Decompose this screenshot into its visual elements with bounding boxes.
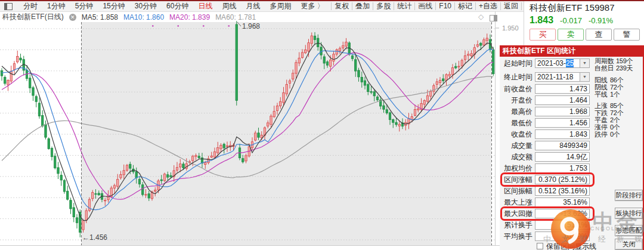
side-stat-value: 0个 bbox=[610, 124, 620, 131]
stat-row-label: 最高价 bbox=[501, 107, 532, 116]
ma-legend: MA5: 1.858MA10: 1.860MA20: 1.839MA60: 1.… bbox=[82, 13, 256, 21]
trade-buy-button[interactable]: 买 bbox=[530, 29, 556, 41]
low-annotation: ←1.456 bbox=[82, 233, 107, 242]
stats-panel-header: 科技创新ETF 区间统计 bbox=[500, 45, 643, 57]
stat-value-box: 8499349 bbox=[535, 141, 590, 150]
stat-row-label: 成交额 bbox=[501, 152, 532, 162]
side-stat-label: 周期数 bbox=[595, 57, 616, 64]
combo-dropdown-arrow-icon[interactable]: ▼ bbox=[580, 59, 589, 67]
stat-value-box: 1.753 bbox=[535, 163, 590, 173]
stat-row-label: 开盘价 bbox=[501, 95, 532, 105]
side-stat-item: 自然日239天 bbox=[595, 64, 633, 72]
side-stat-label: 平盘 bbox=[595, 116, 610, 124]
pattern-match-button[interactable]: 形态匹配 bbox=[615, 225, 643, 236]
stat-row-label: 平均换手 bbox=[501, 232, 532, 241]
quote-change-pct: -0.91% bbox=[589, 16, 613, 25]
stat-value-box: 10.39% bbox=[535, 232, 590, 241]
stats-panel: 科技创新ETF 区间统计 保留区间显示线 起始时间2021-03-25▼终止时间… bbox=[500, 45, 644, 250]
stat-row-label: 区间涨幅 bbox=[501, 175, 532, 184]
side-stat-label: 跌停 bbox=[595, 131, 610, 138]
series-legend-label: 科技创新ETF(日线) bbox=[2, 12, 64, 22]
stat-value-box: 1.473 bbox=[535, 84, 590, 94]
quote-title: 科技创新ETF 159987 bbox=[530, 2, 644, 14]
high-annotation: 1.968 bbox=[242, 22, 260, 30]
side-stat-label: 阳线 bbox=[595, 76, 610, 84]
close-button[interactable]: 关闭 bbox=[615, 239, 643, 250]
stat-row-label: 最大回撤 bbox=[501, 209, 532, 218]
ma-legend-item: MA60: 1.781 bbox=[215, 13, 256, 21]
side-stat-label: 平线 bbox=[595, 91, 610, 98]
date-text: 2021-03- bbox=[537, 59, 566, 67]
toolbar-action-button[interactable]: 返回 bbox=[500, 2, 522, 10]
keep-region-checkbox[interactable] bbox=[537, 243, 543, 249]
ma-legend-item: MA5: 1.858 bbox=[82, 13, 118, 21]
side-stat-value: 2个 bbox=[610, 116, 620, 124]
stat-row-label: 最低价 bbox=[501, 118, 532, 128]
stat-value-box: 0.370 (25.12%) bbox=[535, 175, 590, 184]
stat-value-box: 1.456 bbox=[535, 118, 590, 128]
stat-row-label: 加权均价 bbox=[501, 163, 532, 173]
price-axis-label: 1.950 bbox=[502, 24, 519, 32]
trading-app-window: 1.968←1.456 分时1分钟5分钟15分钟30分钟60分钟日线周线月线多周… bbox=[0, 0, 644, 250]
side-stat-label: 阴线 bbox=[595, 84, 610, 91]
side-stat-value: 72个 bbox=[610, 109, 623, 116]
side-stat-value: 159个 bbox=[616, 57, 633, 64]
sector-rank-button[interactable]: 板块排行 bbox=[615, 208, 643, 219]
date-selected-text: 25 bbox=[566, 59, 574, 67]
date-combobox[interactable]: 2021-11-18▼ bbox=[535, 72, 590, 82]
side-stat-item: 下跌72个 bbox=[595, 109, 623, 116]
stat-row-label: 终止时间 bbox=[501, 72, 532, 82]
ma-legend-item: MA10: 1.860 bbox=[123, 13, 164, 21]
keep-region-checkbox-label: 保留区间显示线 bbox=[546, 242, 596, 250]
candlestick-chart[interactable]: 1.968←1.456 bbox=[0, 0, 500, 250]
date-text: 2021-11-18 bbox=[537, 73, 574, 81]
panel-divider bbox=[524, 1, 524, 45]
side-stat-value: 239天 bbox=[616, 64, 633, 72]
query-button[interactable]: 查 bbox=[586, 29, 612, 41]
stat-row-label: 累计换手 bbox=[501, 220, 532, 230]
stat-row-label: 区间振幅 bbox=[501, 186, 532, 196]
quote-buttons: 买卖查警 bbox=[530, 29, 644, 41]
stat-row-label: 最大上涨 bbox=[501, 197, 532, 207]
side-stat-label: 自然日 bbox=[595, 64, 616, 72]
side-stat-label: 下跌 bbox=[595, 109, 610, 116]
diamond-icon[interactable]: ◇ bbox=[478, 13, 484, 21]
side-stat-label: 涨停 bbox=[595, 124, 610, 131]
stage-rank-button[interactable]: 阶段排行 bbox=[615, 190, 643, 201]
stat-value-box: -13.62% bbox=[535, 209, 590, 218]
alert-button[interactable]: 警 bbox=[614, 29, 640, 41]
window-restore-icon[interactable] bbox=[490, 15, 497, 21]
side-stat-item: 平盘2个 bbox=[595, 116, 620, 124]
collapse-indicator-icon[interactable]: ✕ bbox=[69, 14, 76, 21]
stat-value-box: 1.968 bbox=[535, 107, 590, 116]
side-stat-value: 86个 bbox=[610, 76, 623, 84]
side-stat-item: 阴线72个 bbox=[595, 84, 623, 91]
side-stat-value: 85个 bbox=[610, 102, 623, 109]
date-combobox[interactable]: 2021-03-25▼ bbox=[535, 58, 590, 68]
ma-legend-item: MA20: 1.839 bbox=[169, 13, 210, 21]
side-stat-item: 涨停0个 bbox=[595, 124, 620, 131]
stat-row-label: 前收盘价 bbox=[501, 84, 532, 94]
stat-value-box: 51.1% bbox=[535, 220, 590, 230]
side-stat-value: 0个 bbox=[610, 131, 620, 138]
side-stat-value: 1个 bbox=[610, 91, 620, 98]
stat-value-box: 1.464 bbox=[535, 95, 590, 105]
quote-price: 1.843 bbox=[530, 15, 553, 26]
combo-dropdown-arrow-icon[interactable]: ▼ bbox=[580, 73, 589, 81]
quote-panel: 科技创新ETF 159987 1.843 -0.017 -0.91% 买卖查警 bbox=[530, 2, 644, 41]
stat-value-box: 35.16% bbox=[535, 197, 590, 207]
trade-sell-button[interactable]: 卖 bbox=[558, 29, 584, 41]
stat-row-label: 收盘价 bbox=[501, 129, 532, 139]
quote-price-row: 1.843 -0.017 -0.91% bbox=[530, 15, 644, 26]
stat-value-box: 0.512 (35.16%) bbox=[535, 186, 590, 196]
side-stat-item: 平线1个 bbox=[595, 91, 620, 98]
quote-change: -0.017 bbox=[560, 16, 582, 25]
side-stat-item: 周期数159个 bbox=[595, 57, 633, 64]
side-stat-label: 上涨 bbox=[595, 102, 610, 109]
side-stat-item: 上涨85个 bbox=[595, 102, 623, 109]
stat-value-box: 14.9亿 bbox=[535, 152, 590, 162]
side-stat-item: 阳线86个 bbox=[595, 76, 623, 84]
stat-row-label: 成交量 bbox=[501, 141, 532, 150]
side-stat-item: 跌停0个 bbox=[595, 131, 620, 138]
stat-value-box: 1.843 bbox=[535, 129, 590, 139]
